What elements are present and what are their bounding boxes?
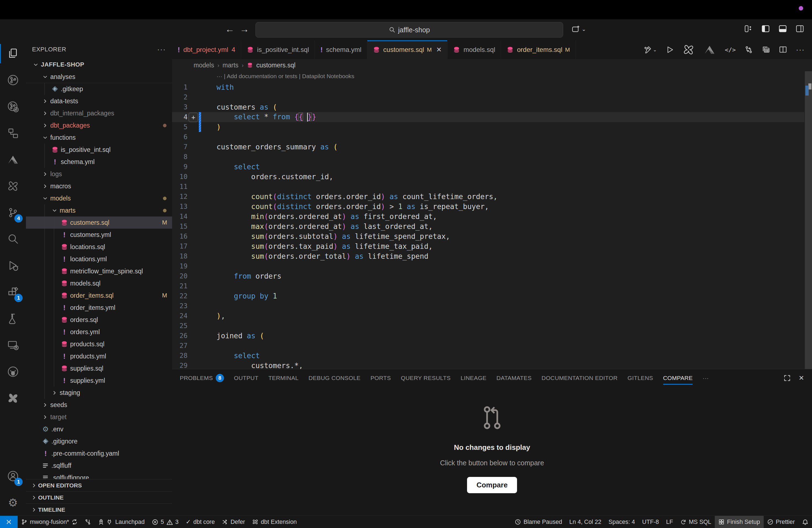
- tab-models-sql[interactable]: models.sql: [447, 40, 501, 59]
- panel-tab-debug-console[interactable]: DEBUG CONSOLE: [308, 369, 360, 387]
- tree-item--gitkeep[interactable]: .gitkeep: [26, 83, 172, 95]
- status-finish-setup[interactable]: Finish Setup: [715, 516, 764, 528]
- panel-tab-ports[interactable]: PORTS: [371, 369, 391, 387]
- tree-item--gitignore[interactable]: .gitignore: [26, 435, 172, 448]
- activity-item-search[interactable]: [0, 226, 26, 252]
- tab-is-positive-int-sql[interactable]: is_positive_int.sql: [241, 40, 315, 59]
- panel-tab-problems[interactable]: PROBLEMS8: [180, 369, 224, 387]
- tree-item-marts[interactable]: marts: [26, 204, 172, 217]
- status-encoding[interactable]: UTF-8: [639, 516, 663, 528]
- explorer-more-actions[interactable]: ···: [157, 45, 166, 54]
- tab-order-items-sql[interactable]: order_items.sqlM: [501, 40, 576, 59]
- activity-item-extensions[interactable]: 1: [0, 279, 26, 305]
- close-panel-icon[interactable]: ✕: [798, 374, 804, 382]
- tab-schema-yml[interactable]: !schema.yml: [315, 40, 367, 59]
- breadcrumb-item[interactable]: models: [193, 62, 214, 69]
- query-results-button[interactable]: [762, 46, 770, 54]
- tree-item-locations-sql[interactable]: locations.sql: [26, 241, 172, 253]
- compare-button[interactable]: Compare: [467, 477, 517, 493]
- tree-item-products-sql[interactable]: products.sql: [26, 338, 172, 350]
- status-eol[interactable]: LF: [663, 516, 677, 528]
- tab-close-icon[interactable]: ✕: [436, 46, 441, 54]
- panel-more-tabs[interactable]: ···: [702, 369, 709, 387]
- status-prettier[interactable]: Prettier: [764, 516, 798, 528]
- section-timeline[interactable]: TIMELINE: [26, 503, 172, 516]
- status-defer[interactable]: Defer: [218, 516, 249, 528]
- tree-item-customers-yml[interactable]: !customers.yml: [26, 229, 172, 241]
- activity-item-explorer[interactable]: [0, 40, 26, 67]
- tree-item-schema-yml[interactable]: !schema.yml: [26, 156, 172, 168]
- dbt-x-button[interactable]: [683, 44, 694, 56]
- tree-item-functions[interactable]: functions: [26, 131, 172, 144]
- section-open-editors[interactable]: OPEN EDITORS: [26, 479, 172, 492]
- breadcrumb-item[interactable]: marts: [222, 62, 238, 69]
- panel-tab-gitlens[interactable]: GITLENS: [627, 369, 653, 387]
- tree-item-supplies-sql[interactable]: supplies.sql: [26, 362, 172, 375]
- activity-item-x-tool[interactable]: [0, 385, 26, 411]
- tree-item-order-items-sql[interactable]: order_items.sqlM: [26, 289, 172, 302]
- section-outline[interactable]: OUTLINE: [26, 491, 172, 504]
- tree-item--pre-commit-config-yaml[interactable]: !.pre-commit-config.yaml: [26, 448, 172, 459]
- split-editor-button[interactable]: [779, 46, 787, 54]
- tree-item-order-items-yml[interactable]: !order_items.yml: [26, 302, 172, 314]
- tree-item-models[interactable]: models: [26, 192, 172, 204]
- activity-item-remote-explorer[interactable]: [0, 332, 26, 358]
- activity-item-settings[interactable]: ⚙: [0, 489, 26, 516]
- editor-scrollbar[interactable]: [805, 71, 812, 369]
- status-commit-graph[interactable]: [81, 516, 95, 528]
- tree-item-locations-yml[interactable]: !locations.yml: [26, 253, 172, 265]
- tree-item-dbt-packages[interactable]: dbt_packages: [26, 119, 172, 131]
- activity-item-run-and-debug[interactable]: [0, 252, 26, 279]
- maximize-panel-icon[interactable]: [784, 375, 791, 382]
- tree-item--env[interactable]: ⚙.env: [26, 423, 172, 435]
- panel-tab-lineage[interactable]: LINEAGE: [461, 369, 487, 387]
- more-actions-button[interactable]: ···: [796, 46, 805, 54]
- panel-tab-compare[interactable]: COMPARE: [663, 369, 693, 387]
- tree-item--sqlfluffignore[interactable]: .sqlfluffignore: [26, 472, 172, 480]
- tree-item-data-tests[interactable]: data-tests: [26, 95, 172, 107]
- command-center-search[interactable]: jaffle-shop: [256, 22, 563, 38]
- gutter-add-button[interactable]: +: [189, 113, 198, 122]
- status-git-branch[interactable]: mwong-fusion*: [18, 516, 81, 528]
- breadcrumb-file[interactable]: customers.sql: [256, 62, 295, 69]
- status-dbt-core[interactable]: ✓dbt core: [182, 516, 218, 528]
- build-button[interactable]: ⌄: [643, 46, 657, 54]
- tree-item-logs[interactable]: logs: [26, 168, 172, 180]
- tree-item-customers-sql[interactable]: customers.sqlM: [26, 217, 172, 229]
- panel-tab-terminal[interactable]: TERMINAL: [269, 369, 299, 387]
- activity-item-testing[interactable]: [0, 305, 26, 332]
- tab-customers-sql[interactable]: customers.sqlM✕: [367, 40, 448, 59]
- status-language-mode[interactable]: MS SQL: [677, 516, 715, 528]
- activity-item-dbt-docs[interactable]: [0, 93, 26, 120]
- tree-item-products-yml[interactable]: !products.yml: [26, 350, 172, 362]
- tree-item--sqlfluff[interactable]: .sqlfluff: [26, 459, 172, 472]
- tab-dbt-project-yml[interactable]: !dbt_project.yml4: [172, 40, 241, 59]
- nav-back-button[interactable]: ←: [225, 24, 234, 34]
- tree-item-supplies-yml[interactable]: !supplies.yml: [26, 375, 172, 386]
- tree-item-jaffle-shop[interactable]: JAFFLE-SHOP: [26, 59, 172, 71]
- tree-item-target[interactable]: target: [26, 411, 172, 423]
- tree-item-models-sql[interactable]: models.sql: [26, 277, 172, 289]
- tree-item-seeds[interactable]: seeds: [26, 399, 172, 411]
- activity-item-lineage-flow[interactable]: [0, 120, 26, 146]
- tree-item-orders-sql[interactable]: orders.sql: [26, 314, 172, 326]
- status-dbt-extension[interactable]: dbt Extension: [249, 516, 300, 528]
- panel-tab-documentation-editor[interactable]: DOCUMENTATION EDITOR: [541, 369, 618, 387]
- panel-tab-datamates[interactable]: DATAMATES: [497, 369, 532, 387]
- activity-item-datafold[interactable]: [0, 146, 26, 173]
- toggle-secondary-sidebar-icon[interactable]: [795, 24, 804, 33]
- tree-item-orders-yml[interactable]: !orders.yml: [26, 326, 172, 338]
- tree-item-staging[interactable]: staging: [26, 386, 172, 399]
- panel-tab-output[interactable]: OUTPUT: [234, 369, 259, 387]
- tree-item-macros[interactable]: macros: [26, 180, 172, 192]
- status-notifications-bell[interactable]: [798, 516, 812, 528]
- codelens-actions[interactable]: ··· | Add documentation or tests | Datap…: [217, 73, 354, 79]
- toggle-sidebar-icon[interactable]: [761, 24, 770, 33]
- code-editor[interactable]: ··· | Add documentation or tests | Datap…: [172, 71, 812, 369]
- status-blame-status[interactable]: Blame Paused: [511, 516, 566, 528]
- activity-item-github[interactable]: [0, 358, 26, 385]
- activity-item-dbt-x[interactable]: [0, 173, 26, 200]
- git-compare-button[interactable]: [744, 46, 753, 54]
- status-cursor-position[interactable]: Ln 4, Col 22: [566, 516, 605, 528]
- activity-item-source-control[interactable]: 4: [0, 200, 26, 226]
